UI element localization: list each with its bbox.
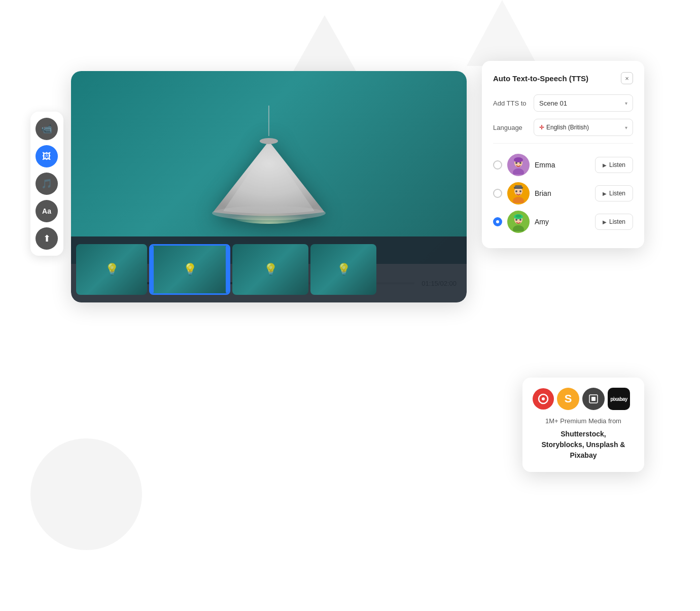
image-icon: 🖼 [42,151,51,162]
media-icons-row: S pixabay [533,388,634,410]
voice-radio-amy[interactable] [493,217,502,226]
timeline-handle-right[interactable] [226,246,229,293]
timeline-thumb-3[interactable]: 💡 [232,244,308,295]
thumb-lamp-icon-2: 💡 [183,263,197,276]
tts-close-button[interactable]: × [621,72,633,84]
voice-avatar-amy [507,211,530,233]
voice-radio-brian[interactable] [493,189,502,198]
language-value: English (British) [546,124,625,131]
sidebar: 📹 🖼 🎵 Aa ⬆ [30,112,63,256]
timeline-strip: 💡 💡 💡 💡 [71,236,467,302]
close-icon: × [625,75,629,82]
voice-row-brian[interactable]: Brian Listen [493,179,633,208]
voice-avatar-emma [507,154,530,176]
media-description-2: Shutterstock, Storyblocks, Unsplash & Pi… [533,429,634,461]
language-label: Language [493,124,529,131]
voice-avatar-brian [507,182,530,205]
unsplash-icon [582,388,605,410]
thumb-lamp-icon-3: 💡 [264,263,277,276]
svg-rect-15 [515,185,522,188]
pixabay-icon: pixabay [608,388,630,410]
svg-point-13 [519,190,521,192]
svg-point-22 [515,215,521,218]
voice-name-brian: Brian [535,189,590,197]
music-icon: 🎵 [41,178,52,189]
timeline-thumb-1[interactable]: 💡 [76,244,147,295]
timeline-handle-left[interactable] [151,246,154,293]
upload-icon: ⬆ [43,233,51,244]
shutterstock-icon [533,388,554,410]
lamp-wire [268,106,269,136]
add-tts-select[interactable]: Scene 01 ▾ [534,94,633,112]
voice-row-emma[interactable]: Emma Listen [493,151,633,179]
svg-rect-26 [591,397,596,401]
tts-header: Auto Text-to-Speech (TTS) × [493,72,633,84]
tts-divider [493,143,633,144]
voice-radio-emma[interactable] [493,160,502,169]
listen-btn-brian[interactable]: Listen [595,185,633,201]
listen-btn-amy[interactable]: Listen [595,214,633,230]
sidebar-btn-audio[interactable]: 🎵 [36,173,58,195]
tts-panel: Auto Text-to-Speech (TTS) × Add TTS to S… [482,61,644,248]
add-tts-arrow: ▾ [625,100,627,106]
svg-point-8 [514,157,523,162]
language-select[interactable]: ✛ English (British) ▾ [534,119,633,136]
editor-panel: 01:15/02:00 💡 💡 💡 💡 [71,71,467,302]
sidebar-btn-upload[interactable]: ⬆ [36,227,58,250]
sidebar-btn-video[interactable]: 📹 [36,118,58,140]
video-preview [71,71,467,264]
sidebar-btn-image[interactable]: 🖼 [36,145,58,167]
svg-point-12 [515,190,517,192]
listen-btn-emma[interactable]: Listen [595,157,633,173]
add-tts-value: Scene 01 [539,99,567,107]
main-wrapper: 📹 🖼 🎵 Aa ⬆ [71,41,629,523]
language-flag: ✛ [539,124,544,131]
sidebar-btn-text[interactable]: Aa [36,200,58,222]
media-panel: S pixabay 1M+ Premium Media from Shutter… [522,378,644,472]
thumb-lamp-icon-4: 💡 [337,263,351,276]
thumb-lamp-icon-1: 💡 [105,263,119,276]
timeline-thumb-2[interactable]: 💡 [149,244,230,295]
voice-name-emma: Emma [535,161,590,169]
add-tts-label: Add TTS to [493,99,529,107]
language-arrow: ▾ [625,125,627,130]
media-description-1: 1M+ Premium Media from [533,417,634,425]
storyblocks-icon: S [557,388,579,410]
tts-title: Auto Text-to-Speech (TTS) [493,74,588,83]
timeline-thumb-4[interactable]: 💡 [310,244,376,295]
voice-row-amy[interactable]: Amy Listen [493,208,633,236]
svg-point-24 [542,397,545,400]
lamp-container [208,106,330,229]
tts-add-row: Add TTS to Scene 01 ▾ [493,94,633,112]
voice-name-amy: Amy [535,218,590,226]
lamp-shade [208,136,330,229]
svg-point-0 [260,138,278,144]
tts-language-row: Language ✛ English (British) ▾ [493,119,633,136]
text-icon: Aa [42,207,51,215]
video-icon: 📹 [41,123,52,134]
